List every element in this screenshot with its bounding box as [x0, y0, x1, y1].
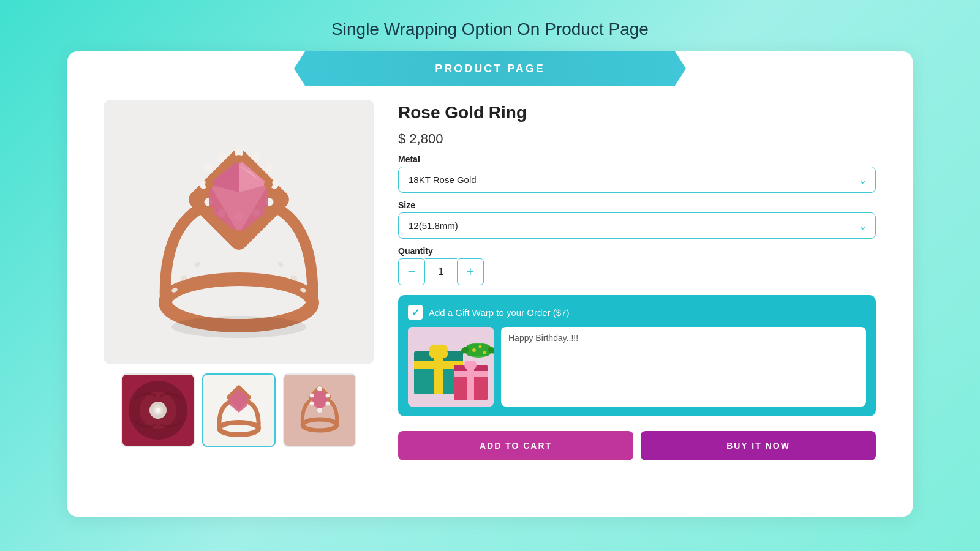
svg-point-69 [467, 362, 473, 368]
svg-point-53 [310, 394, 314, 398]
action-buttons: ADD TO CART BUY IT NOW [398, 431, 876, 460]
svg-point-11 [266, 164, 274, 172]
size-field: Size 12(51.8mm) 6(16.5mm) 7(17.3mm) 8(18… [398, 200, 876, 239]
banner-text: PRODUCT PAGE [435, 62, 545, 75]
svg-point-30 [205, 206, 214, 215]
svg-point-28 [264, 206, 273, 215]
main-product-image [104, 100, 374, 364]
gift-message-text: Happy Birthday..!!! [508, 333, 578, 343]
svg-point-52 [310, 402, 314, 406]
gift-message-input[interactable]: Happy Birthday..!!! [501, 327, 866, 407]
gift-wrap-label: Add a Gift Warp to your Order ($7) [429, 307, 570, 318]
quantity-field: Quantity − 1 + [398, 246, 876, 285]
metal-label: Metal [398, 154, 876, 164]
image-gallery [104, 100, 374, 460]
svg-point-27 [264, 180, 273, 189]
svg-rect-71 [465, 344, 492, 356]
metal-field: Metal 18KT Rose Gold 14KT Rose Gold 18KT… [398, 154, 876, 193]
svg-point-74 [483, 351, 486, 354]
product-card: PRODUCT PAGE [67, 51, 913, 517]
quantity-increase-button[interactable]: + [457, 258, 484, 285]
svg-point-20 [218, 153, 226, 161]
checkmark-icon: ✓ [412, 307, 420, 318]
thumbnail-2[interactable] [202, 373, 276, 447]
quantity-decrease-button[interactable]: − [398, 258, 425, 285]
metal-select[interactable]: 18KT Rose Gold 14KT Rose Gold 18KT White… [398, 167, 876, 193]
product-price: $ 2,800 [398, 131, 876, 147]
quantity-stepper: − 1 + [398, 258, 876, 285]
svg-point-49 [326, 394, 330, 398]
svg-point-50 [326, 402, 330, 406]
svg-rect-66 [454, 371, 488, 377]
quantity-value: 1 [425, 258, 457, 285]
thumbnail-row [121, 373, 356, 447]
svg-point-51 [317, 408, 322, 413]
product-name: Rose Gold Ring [398, 103, 876, 122]
buy-now-button[interactable]: BUY IT NOW [641, 431, 876, 460]
svg-point-26 [235, 155, 243, 163]
svg-point-32 [172, 316, 306, 338]
size-label: Size [398, 200, 876, 210]
svg-point-29 [235, 230, 243, 238]
thumbnail-3[interactable] [283, 373, 356, 447]
svg-point-48 [317, 386, 322, 391]
page-title: Single Wrapping Option On Product Page [331, 20, 649, 39]
gift-wrap-section: ✓ Add a Gift Warp to your Order ($7) [398, 295, 876, 416]
size-select-wrap: 12(51.8mm) 6(16.5mm) 7(17.3mm) 8(18.1mm)… [398, 212, 876, 239]
svg-point-19 [205, 164, 213, 172]
product-page-banner: PRODUCT PAGE [294, 51, 686, 86]
quantity-label: Quantity [398, 246, 876, 256]
gift-wrap-checkbox[interactable]: ✓ [408, 305, 423, 320]
gift-wrap-header: ✓ Add a Gift Warp to your Order ($7) [408, 305, 866, 320]
svg-point-38 [156, 408, 160, 413]
add-to-cart-button[interactable]: ADD TO CART [398, 431, 633, 460]
thumbnail-1[interactable] [121, 373, 195, 447]
metal-select-wrap: 18KT Rose Gold 14KT Rose Gold 18KT White… [398, 167, 876, 193]
svg-point-72 [472, 348, 476, 352]
size-select[interactable]: 12(51.8mm) 6(16.5mm) 7(17.3mm) 8(18.1mm)… [398, 212, 876, 239]
svg-point-62 [434, 347, 443, 356]
gift-wrap-image [408, 327, 494, 407]
svg-rect-65 [467, 365, 474, 400]
svg-point-10 [252, 153, 260, 161]
gift-wrap-content: Happy Birthday..!!! [408, 327, 866, 407]
svg-point-31 [205, 180, 214, 189]
svg-point-73 [479, 345, 482, 348]
product-details: Rose Gold Ring $ 2,800 Metal 18KT Rose G… [398, 100, 876, 460]
